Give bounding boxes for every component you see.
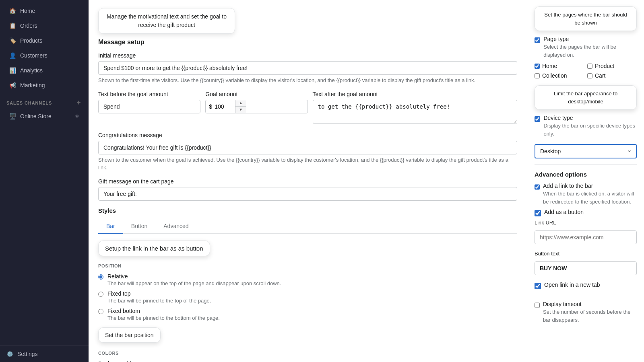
device-select[interactable]: Desktop Mobile All bbox=[535, 144, 637, 158]
page-type-grid: Home Product Collection Cart bbox=[535, 63, 637, 79]
radio-fixed-bottom: Fixed bottom The bar will be pinned to t… bbox=[98, 308, 517, 321]
link-url-input[interactable] bbox=[535, 230, 637, 244]
radio-relative-label: Relative bbox=[107, 273, 281, 280]
text-after-group: Text after the goal amount bbox=[313, 91, 518, 125]
callout-pages: Set the pages where the bar should be sh… bbox=[535, 6, 637, 31]
home-icon: 🏠 bbox=[9, 7, 16, 14]
tab-advanced[interactable]: Advanced bbox=[155, 219, 196, 234]
gift-cart-label: Gift message on the cart page bbox=[98, 178, 517, 185]
radio-fixed-top-input[interactable] bbox=[98, 292, 103, 297]
page-cart-checkbox[interactable] bbox=[587, 73, 592, 78]
center-panel: Manage the motivational text and set the… bbox=[89, 0, 527, 362]
radio-fixed-top-label: Fixed top bbox=[107, 290, 211, 297]
position-radio-group: Relative The bar will appear on the top … bbox=[98, 273, 517, 321]
advanced-title: Advanced options bbox=[535, 171, 637, 178]
initial-message-group: Initial message Shown to the first-time … bbox=[98, 52, 517, 84]
page-check-home: Home bbox=[535, 63, 584, 69]
online-store-icon: 🖥️ bbox=[9, 113, 16, 120]
settings-icon: ⚙️ bbox=[6, 351, 13, 357]
sidebar-item-label: Products bbox=[20, 37, 42, 44]
customers-icon: 👤 bbox=[9, 52, 16, 59]
styles-tabs: Bar Button Advanced bbox=[98, 219, 517, 234]
sidebar-item-products[interactable]: 🏷️ Products bbox=[2, 33, 86, 48]
goal-amount-group: Goal amount $ ▲ ▼ bbox=[205, 91, 308, 113]
initial-message-label: Initial message bbox=[98, 52, 517, 59]
page-product-label: Product bbox=[595, 63, 614, 69]
text-after-label: Text after the goal amount bbox=[313, 91, 518, 97]
sidebar-item-orders[interactable]: 📋 Orders bbox=[2, 19, 86, 33]
goal-amount-stepper: $ ▲ ▼ bbox=[205, 100, 308, 113]
sidebar-item-customers[interactable]: 👤 Customers bbox=[2, 48, 86, 63]
sidebar-item-home[interactable]: 🏠 Home bbox=[2, 4, 86, 18]
display-timeout-hint: Set the number of seconds before the bar… bbox=[543, 308, 637, 324]
display-timeout-label: Display timeout bbox=[543, 301, 637, 307]
page-home-checkbox[interactable] bbox=[535, 64, 540, 69]
page-type-checkbox-item: Page type Select the pages the bar will … bbox=[535, 36, 637, 59]
main-area: Manage the motivational text and set the… bbox=[89, 0, 644, 362]
page-check-cart: Cart bbox=[587, 72, 637, 79]
page-home-label: Home bbox=[542, 63, 557, 69]
divider-1 bbox=[535, 164, 637, 165]
text-before-input[interactable] bbox=[98, 100, 200, 113]
display-timeout-checkbox-item: Display timeout Set the number of second… bbox=[535, 301, 637, 324]
add-link-checkbox-item: Add a link to the bar When the bar is cl… bbox=[535, 183, 637, 206]
settings-item[interactable]: ⚙️ Settings bbox=[0, 346, 89, 362]
currency-symbol: $ bbox=[209, 103, 212, 110]
sidebar-item-online-store[interactable]: 🖥️ Online Store 👁 bbox=[2, 109, 86, 123]
page-type-checkbox[interactable] bbox=[535, 37, 540, 43]
analytics-icon: 📊 bbox=[9, 67, 16, 74]
radio-fixed-bottom-hint: The bar will be pinned to the bottom of … bbox=[107, 315, 220, 321]
congrats-label: Congratulations message bbox=[98, 132, 517, 138]
radio-fixed-top: Fixed top The bar will be pinned to the … bbox=[98, 290, 517, 304]
stepper-up-button[interactable]: ▲ bbox=[235, 100, 246, 107]
stepper-down-button[interactable]: ▼ bbox=[235, 107, 246, 113]
link-url-group: Link URL bbox=[535, 220, 637, 244]
link-url-label: Link URL bbox=[535, 220, 637, 226]
page-product-checkbox[interactable] bbox=[587, 64, 592, 69]
callout-link-wrapper: Setup the link in the bar as as button bbox=[98, 241, 517, 259]
radio-relative: Relative The bar will appear on the top … bbox=[98, 273, 517, 286]
congrats-input[interactable] bbox=[98, 141, 517, 154]
sidebar-item-label: Home bbox=[20, 8, 35, 14]
sidebar-item-analytics[interactable]: 📊 Analytics bbox=[2, 63, 86, 78]
tab-bar[interactable]: Bar bbox=[98, 219, 123, 234]
text-before-group: Text before the goal amount bbox=[98, 91, 200, 113]
button-text-label: Button text bbox=[535, 251, 637, 257]
initial-message-hint: Shown to the first-time site visitors. U… bbox=[98, 76, 517, 84]
add-link-checkbox[interactable] bbox=[535, 184, 540, 190]
bg-image-label: Background image bbox=[98, 360, 517, 362]
display-timeout-checkbox[interactable] bbox=[535, 302, 540, 309]
radio-fixed-bottom-input[interactable] bbox=[98, 309, 103, 314]
add-link-hint: When the bar is clicked on, a visitor wi… bbox=[543, 190, 637, 206]
gift-cart-group: Gift message on the cart page bbox=[98, 178, 517, 201]
open-new-tab-checkbox[interactable] bbox=[535, 283, 541, 289]
button-text-group: Button text bbox=[535, 251, 637, 275]
sidebar-item-marketing[interactable]: 📢 Marketing bbox=[2, 78, 86, 93]
initial-message-input[interactable] bbox=[98, 61, 517, 75]
add-sales-channel-icon[interactable]: ＋ bbox=[75, 99, 82, 107]
add-link-label: Add a link to the bar bbox=[543, 183, 637, 189]
callout-bar-position: Set the bar position bbox=[98, 327, 161, 343]
sidebar-item-label: Orders bbox=[20, 23, 37, 29]
callout-position-wrapper: Set the bar position bbox=[98, 327, 517, 343]
radio-relative-input[interactable] bbox=[98, 274, 103, 280]
sidebar-item-label: Customers bbox=[20, 52, 47, 59]
device-type-checkbox[interactable] bbox=[535, 116, 540, 122]
callout-device: Limit the bar appearance to desktop/mobi… bbox=[535, 85, 637, 110]
orders-icon: 📋 bbox=[9, 22, 16, 29]
gift-cart-input[interactable] bbox=[98, 187, 517, 201]
open-new-tab-label: Open link in a new tab bbox=[544, 282, 600, 288]
radio-fixed-top-hint: The bar will be pinned to the top of the… bbox=[107, 298, 211, 304]
text-after-input[interactable] bbox=[313, 100, 518, 124]
page-check-collection: Collection bbox=[535, 72, 584, 79]
goal-row: Text before the goal amount Goal amount … bbox=[98, 91, 517, 132]
page-type-hint: Select the pages the bar will be display… bbox=[543, 43, 637, 59]
page-collection-checkbox[interactable] bbox=[535, 73, 540, 78]
goal-amount-input[interactable] bbox=[213, 100, 235, 113]
goal-amount-label: Goal amount bbox=[205, 91, 308, 97]
settings-label: Settings bbox=[17, 351, 38, 357]
add-button-checkbox[interactable] bbox=[535, 210, 541, 216]
tab-button[interactable]: Button bbox=[123, 219, 155, 234]
callout-link-bar: Setup the link in the bar as as button bbox=[98, 241, 210, 256]
button-text-input[interactable] bbox=[535, 261, 637, 275]
